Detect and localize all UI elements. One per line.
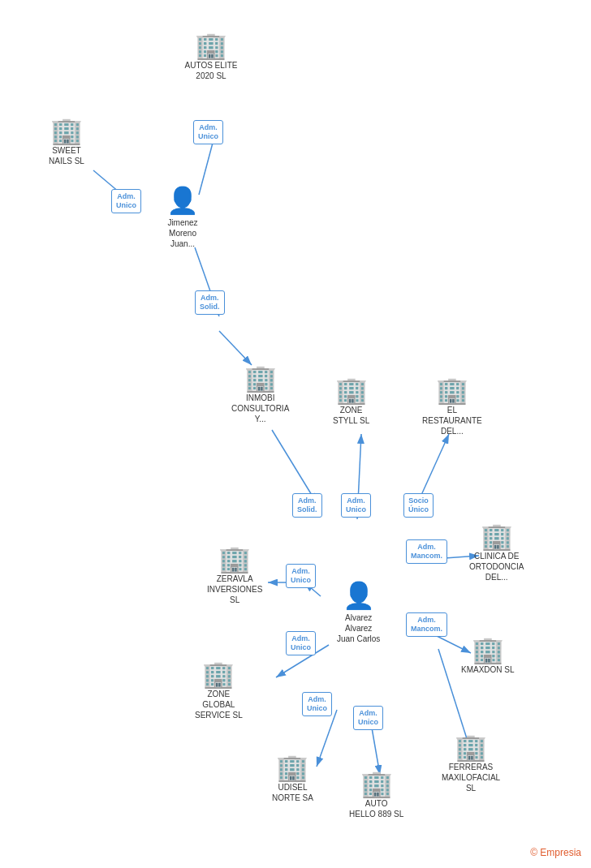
- label-kmaxdon: KMAXDON SL: [461, 664, 515, 675]
- node-zone-global[interactable]: 🏢 ZONEGLOBALSERVICE SL: [195, 661, 243, 720]
- label-udisel: UDISELNORTE SA: [272, 782, 313, 803]
- label-inmobi: INMOBICONSULTORIAY...: [231, 393, 289, 424]
- label-clinica: CLINICA DEORTODONCIADEL...: [469, 551, 524, 582]
- watermark: © Empresia: [530, 847, 581, 858]
- badge-adm-mancom-clinica[interactable]: Adm.Mancom.: [406, 539, 447, 564]
- building-icon-zeravla: 🏢: [218, 546, 251, 572]
- label-ferreras: FERRERASMAXILOFACIAL SL: [438, 762, 503, 793]
- svg-line-4: [219, 331, 252, 365]
- badge-adm-solid-zone[interactable]: Adm.Solid.: [292, 493, 322, 518]
- building-icon-zone-global: 🏢: [202, 661, 235, 687]
- badge-adm-unico-zone-styll[interactable]: Adm.Unico: [341, 493, 371, 518]
- node-el-restaurante[interactable]: 🏢 ELRESTAURANTEDEL...: [422, 377, 482, 436]
- node-ferreras[interactable]: 🏢 FERRERASMAXILOFACIAL SL: [438, 734, 503, 793]
- badge-adm-solid-inmobi[interactable]: Adm.Solid.: [195, 290, 225, 315]
- building-icon-zone-styll: 🏢: [335, 377, 368, 403]
- building-icon-autos-elite: 🏢: [195, 32, 227, 58]
- badge-adm-unico-zone-global[interactable]: Adm.Unico: [286, 631, 316, 655]
- label-auto-hello: AUTOHELLO 889 SL: [349, 798, 403, 819]
- building-icon-udisel: 🏢: [276, 754, 308, 780]
- building-icon-el-restaurante: 🏢: [436, 377, 468, 403]
- diagram-container: 🏢 AUTOS ELITE 2020 SL 🏢 SWEETNAILS SL 👤 …: [0, 0, 591, 868]
- badge-adm-unico-sweet[interactable]: Adm.Unico: [111, 189, 141, 213]
- person-icon-jimenez: 👤: [166, 185, 199, 216]
- building-icon-kmaxdon: 🏢: [472, 637, 504, 663]
- building-icon-sweet-nails: 🏢: [50, 118, 83, 144]
- label-sweet-nails: SWEETNAILS SL: [49, 145, 84, 166]
- node-clinica[interactable]: 🏢 CLINICA DEORTODONCIADEL...: [469, 523, 524, 582]
- node-inmobi[interactable]: 🏢 INMOBICONSULTORIAY...: [231, 365, 289, 424]
- node-zeravla[interactable]: 🏢 ZERAVLAINVERSIONESSL: [207, 546, 262, 605]
- badge-adm-unico-zeravla[interactable]: Adm.Unico: [286, 564, 316, 588]
- node-sweet-nails[interactable]: 🏢 SWEETNAILS SL: [49, 118, 84, 166]
- badge-adm-unico-autos[interactable]: Adm.Unico: [193, 120, 223, 144]
- svg-line-13: [317, 710, 337, 767]
- person-icon-alvarez: 👤: [343, 580, 375, 611]
- node-jimenez[interactable]: 👤 JimenezMorenoJuan...: [166, 185, 199, 249]
- label-zone-styll: ZONESTYLL SL: [333, 405, 369, 426]
- badge-socio-unico[interactable]: SocioÚnico: [403, 493, 434, 518]
- badge-adm-mancom-kmaxdon[interactable]: Adm.Mancom.: [406, 612, 447, 637]
- label-zeravla: ZERAVLAINVERSIONESSL: [207, 574, 262, 605]
- node-kmaxdon[interactable]: 🏢 KMAXDON SL: [461, 637, 515, 675]
- building-icon-inmobi: 🏢: [244, 365, 277, 391]
- badge-adm-unico-auto[interactable]: Adm.Unico: [353, 706, 383, 730]
- label-autos-elite: AUTOS ELITE 2020 SL: [179, 60, 244, 81]
- label-jimenez: JimenezMorenoJuan...: [167, 217, 197, 249]
- building-icon-ferreras: 🏢: [455, 734, 487, 760]
- node-alvarez[interactable]: 👤 AlvarezAlvarezJuan Carlos: [337, 580, 380, 644]
- node-udisel[interactable]: 🏢 UDISELNORTE SA: [272, 754, 313, 803]
- node-auto-hello[interactable]: 🏢 AUTOHELLO 889 SL: [349, 771, 403, 819]
- node-autos-elite[interactable]: 🏢 AUTOS ELITE 2020 SL: [179, 32, 244, 81]
- building-icon-clinica: 🏢: [481, 523, 513, 549]
- label-el-restaurante: ELRESTAURANTEDEL...: [422, 405, 482, 436]
- building-icon-auto-hello: 🏢: [360, 771, 393, 797]
- svg-line-5: [272, 430, 317, 503]
- node-zone-styll[interactable]: 🏢 ZONESTYLL SL: [333, 377, 369, 426]
- badge-adm-unico-udisel[interactable]: Adm.Unico: [302, 692, 332, 716]
- label-alvarez: AlvarezAlvarezJuan Carlos: [337, 612, 380, 644]
- label-zone-global: ZONEGLOBALSERVICE SL: [195, 689, 243, 720]
